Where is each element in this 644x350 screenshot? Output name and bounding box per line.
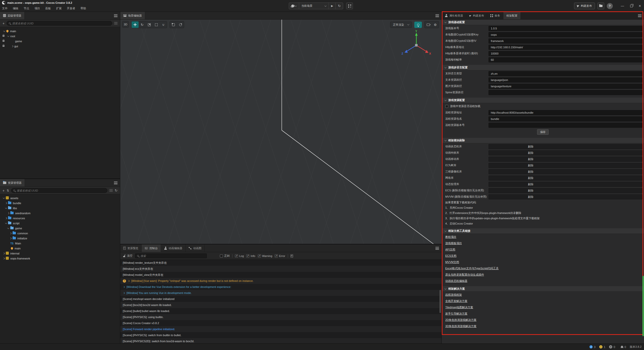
save-button[interactable]: 保存 (537, 129, 549, 135)
console-panel-menu-icon[interactable] (435, 247, 439, 250)
remove-animator-button[interactable]: 剔除 (489, 144, 642, 149)
asset-node-script[interactable]: script (0, 221, 120, 226)
tab-build-publish[interactable]: 构建发布 (466, 12, 487, 19)
scale-tool-button[interactable] (146, 21, 153, 28)
remote-res-url-input[interactable] (489, 110, 642, 115)
remote-res-version-input[interactable] (489, 123, 642, 128)
log-row[interactable]: [Scene] meshopt wasm decoder initialized (120, 296, 441, 302)
log-row-warning[interactable]: [Window] [Vue warn]: Property "onInput" … (120, 278, 441, 284)
scene-viewport[interactable]: 3D 正常渲染 (120, 20, 441, 244)
orientation-gizmo[interactable]: Y X Z (400, 30, 433, 62)
asset-node-oops-framework[interactable]: oops-framework (0, 256, 120, 261)
menu-developer[interactable]: 开发者 (67, 7, 75, 10)
expand-icon[interactable] (123, 292, 125, 294)
menu-help[interactable]: 帮助 (80, 7, 86, 10)
asset-node-initialize[interactable]: initialize (0, 236, 120, 241)
log-row-info[interactable]: [Window] You are running Vue in developm… (120, 290, 441, 296)
chevron-down-icon[interactable] (7, 35, 9, 37)
crypto-iv-input[interactable] (489, 38, 642, 43)
chevron-down-icon[interactable] (7, 227, 9, 229)
console-scrollbar[interactable] (439, 290, 441, 313)
menu-file[interactable]: 文件 (2, 7, 8, 10)
link-2drpg-solution[interactable]: 2D角色扮演游戏解决方案 (445, 318, 476, 322)
qr-preview-button[interactable] (346, 3, 353, 9)
filter-warning-checkbox[interactable]: Warning (258, 254, 272, 257)
build-publish-button[interactable]: 构建发布 (574, 3, 595, 9)
asset-node-main-scene[interactable]: main (0, 246, 120, 251)
render-mode-select[interactable]: 正常渲染 (390, 22, 412, 28)
link-fullstack-solution[interactable]: 全栈开发解决方案 (445, 299, 467, 303)
text-res-path-input[interactable] (489, 77, 642, 82)
section-doc-links[interactable]: 框架文档工具链接 (442, 228, 644, 234)
tab-framework-config[interactable]: 框架配置 (503, 12, 521, 19)
open-project-folder-button[interactable] (597, 3, 604, 9)
rotate-tool-button[interactable] (139, 21, 146, 28)
asset-node-internal[interactable]: internal (0, 251, 120, 256)
assets-panel-menu-icon[interactable] (114, 182, 117, 184)
filter-info-checkbox[interactable]: Info (246, 254, 255, 257)
chevron-right-icon[interactable] (11, 45, 13, 47)
checkbox-icon[interactable] (445, 105, 448, 108)
fps-input[interactable] (489, 57, 642, 62)
error-count[interactable]: 0 (609, 345, 615, 348)
log-row[interactable]: [Window] render_texture文件夹存在 (120, 260, 441, 266)
log-row[interactable]: [Window] ecs文件夹存在 (120, 266, 441, 272)
link-guide-solution[interactable]: 新手引导解决方案 (445, 312, 467, 316)
tab-scene-editor[interactable]: 场景编辑器 (120, 12, 145, 19)
close-button[interactable] (639, 4, 641, 8)
chevron-right-icon[interactable] (10, 232, 12, 234)
asset-node-seedrandom[interactable]: seedrandom (0, 211, 120, 216)
tree-node-main[interactable]: main (0, 29, 120, 34)
open-log-file-icon[interactable] (291, 254, 293, 257)
notification-count[interactable]: 0 (621, 345, 626, 348)
section-game-basic[interactable]: 游戏基础配置 (442, 20, 644, 25)
scene-panel-menu-icon[interactable] (435, 14, 439, 17)
inspector-panel-menu-icon[interactable] (638, 14, 641, 17)
link-api-docs[interactable]: API文档 (445, 248, 455, 251)
pivot-toggle-button[interactable] (170, 21, 177, 28)
expand-icon[interactable] (123, 286, 125, 288)
chevron-right-icon[interactable] (3, 252, 5, 254)
tab-animation-graph[interactable]: 动画图 (186, 244, 205, 252)
remove-ecs-button[interactable]: 剔除 (489, 188, 642, 193)
http-server-input[interactable] (489, 45, 642, 50)
menu-node[interactable]: 节点 (24, 7, 29, 10)
scene-settings-button[interactable] (432, 21, 439, 28)
hierarchy-panel-menu-icon[interactable] (114, 14, 117, 17)
hierarchy-search[interactable] (7, 21, 112, 26)
link-tiledmap-solution[interactable]: Tiledmap地图解决方案 (445, 305, 473, 309)
section-module-trim[interactable]: 框架模块剔除 (442, 138, 644, 143)
lighting-toggle-button[interactable] (414, 22, 422, 28)
minimize-button[interactable] (621, 4, 624, 8)
remote-load-checkbox-row[interactable]: 游戏中资源是否远程加载 (442, 103, 644, 109)
section-multilanguage[interactable]: 游戏多语言配置 (442, 65, 644, 70)
menu-edit[interactable]: 编辑 (13, 7, 18, 10)
log-row[interactable]: [Scene] Cocos Creator v3.8.2 (120, 320, 441, 326)
assets-search-input[interactable] (17, 189, 105, 192)
tab-property-inspector[interactable]: 属性检查器 (442, 12, 466, 19)
tab-assets[interactable]: 资源管理器 (0, 179, 25, 187)
language-types-input[interactable] (489, 71, 642, 76)
link-wargame-framework[interactable]: 战棋游戏框架 (445, 293, 462, 297)
log-row[interactable]: [Scene] [PHYSICS2D]: switch from box2d-w… (120, 338, 441, 343)
regex-checkbox[interactable]: 正则 (220, 254, 230, 258)
link-animator-editor[interactable]: 动画状态机编辑器 (445, 279, 467, 283)
link-mvvm-docs[interactable]: MVVM文档 (445, 260, 459, 264)
chevron-down-icon[interactable] (5, 222, 7, 224)
camera-settings-button[interactable] (425, 21, 432, 28)
log-row[interactable]: [Window] model_view文件夹存在 (120, 272, 441, 278)
log-row[interactable]: [Scene] [bullet]:bullet wasm lib loaded. (120, 308, 441, 314)
refresh-preview-button[interactable]: ↻ (336, 3, 343, 9)
chevron-right-icon[interactable] (5, 202, 7, 204)
tab-console[interactable]: 控制台 (142, 244, 161, 252)
log-row-info[interactable]: [Window] Download the Vue Devtools exten… (120, 284, 441, 290)
remove-behavior-tree-button[interactable]: 剔除 (489, 163, 642, 168)
remove-dynamic-texture-button[interactable]: 剔除 (489, 182, 642, 187)
asset-node-resources[interactable]: resources (0, 216, 120, 221)
tree-node-gui[interactable]: gui (0, 44, 120, 49)
filter-log-checkbox[interactable]: Log (235, 254, 244, 257)
menu-panel[interactable]: 面板 (45, 7, 51, 10)
menu-project[interactable]: 项目 (34, 7, 40, 10)
crypto-key-input[interactable] (489, 32, 642, 37)
asset-node-main-ts[interactable]: Main (0, 241, 120, 246)
